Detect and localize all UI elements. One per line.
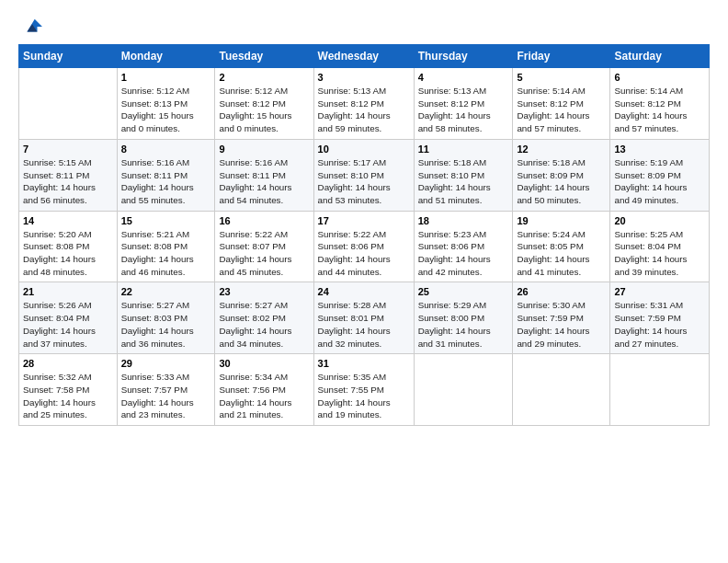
day-number: 25	[418, 286, 509, 297]
calendar-cell: 15Sunrise: 5:21 AMSunset: 8:08 PMDayligh…	[117, 211, 215, 282]
day-number: 16	[219, 215, 309, 226]
calendar-week-row: 21Sunrise: 5:26 AMSunset: 8:04 PMDayligh…	[19, 282, 710, 354]
weekday-header: Saturday	[610, 45, 710, 68]
calendar-cell: 16Sunrise: 5:22 AMSunset: 8:07 PMDayligh…	[215, 211, 313, 282]
day-info: Sunrise: 5:26 AMSunset: 8:04 PMDaylight:…	[23, 299, 113, 350]
page: SundayMondayTuesdayWednesdayThursdayFrid…	[0, 0, 728, 563]
calendar-cell: 11Sunrise: 5:18 AMSunset: 8:10 PMDayligh…	[414, 139, 513, 211]
day-info: Sunrise: 5:16 AMSunset: 8:11 PMDaylight:…	[219, 156, 309, 207]
day-info: Sunrise: 5:20 AMSunset: 8:08 PMDaylight:…	[23, 228, 113, 279]
day-info: Sunrise: 5:28 AMSunset: 8:01 PMDaylight:…	[318, 299, 410, 350]
day-info: Sunrise: 5:12 AMSunset: 8:12 PMDaylight:…	[219, 85, 309, 135]
calendar-cell: 28Sunrise: 5:32 AMSunset: 7:58 PMDayligh…	[19, 354, 118, 426]
calendar-cell: 5Sunrise: 5:14 AMSunset: 8:12 PMDaylight…	[513, 68, 610, 140]
calendar-cell: 31Sunrise: 5:35 AMSunset: 7:55 PMDayligh…	[313, 354, 414, 426]
day-number: 5	[517, 72, 606, 83]
day-info: Sunrise: 5:12 AMSunset: 8:13 PMDaylight:…	[121, 85, 211, 135]
calendar-cell: 1Sunrise: 5:12 AMSunset: 8:13 PMDaylight…	[117, 68, 215, 140]
day-info: Sunrise: 5:14 AMSunset: 8:12 PMDaylight:…	[517, 85, 606, 135]
calendar-cell: 7Sunrise: 5:15 AMSunset: 8:11 PMDaylight…	[19, 139, 118, 211]
day-info: Sunrise: 5:24 AMSunset: 8:05 PMDaylight:…	[517, 228, 606, 279]
calendar-cell: 23Sunrise: 5:27 AMSunset: 8:02 PMDayligh…	[215, 282, 313, 354]
day-number: 20	[614, 215, 705, 226]
day-number: 24	[318, 286, 410, 297]
calendar-cell: 2Sunrise: 5:12 AMSunset: 8:12 PMDaylight…	[215, 68, 313, 140]
day-info: Sunrise: 5:30 AMSunset: 7:59 PMDaylight:…	[517, 299, 606, 350]
day-info: Sunrise: 5:33 AMSunset: 7:57 PMDaylight:…	[121, 371, 211, 421]
logo-icon	[22, 17, 42, 37]
calendar-week-row: 14Sunrise: 5:20 AMSunset: 8:08 PMDayligh…	[19, 211, 710, 282]
calendar-cell: 14Sunrise: 5:20 AMSunset: 8:08 PMDayligh…	[19, 211, 118, 282]
day-number: 3	[318, 72, 410, 83]
day-number: 14	[23, 215, 113, 226]
day-number: 8	[121, 144, 211, 155]
calendar-header-row: SundayMondayTuesdayWednesdayThursdayFrid…	[19, 45, 710, 68]
day-info: Sunrise: 5:18 AMSunset: 8:10 PMDaylight:…	[418, 156, 509, 207]
calendar-table: SundayMondayTuesdayWednesdayThursdayFrid…	[18, 44, 710, 426]
day-info: Sunrise: 5:19 AMSunset: 8:09 PMDaylight:…	[614, 156, 705, 207]
day-number: 13	[614, 144, 705, 155]
day-info: Sunrise: 5:34 AMSunset: 7:56 PMDaylight:…	[219, 371, 309, 421]
day-number: 7	[23, 144, 113, 155]
calendar-cell: 18Sunrise: 5:23 AMSunset: 8:06 PMDayligh…	[414, 211, 513, 282]
day-info: Sunrise: 5:21 AMSunset: 8:08 PMDaylight:…	[121, 228, 211, 279]
logo	[18, 17, 42, 37]
day-info: Sunrise: 5:31 AMSunset: 7:59 PMDaylight:…	[614, 299, 705, 350]
calendar-cell: 25Sunrise: 5:29 AMSunset: 8:00 PMDayligh…	[414, 282, 513, 354]
calendar-cell: 24Sunrise: 5:28 AMSunset: 8:01 PMDayligh…	[313, 282, 414, 354]
calendar-cell	[414, 354, 513, 426]
day-number: 31	[318, 358, 410, 369]
day-number: 10	[318, 144, 410, 155]
calendar-cell: 9Sunrise: 5:16 AMSunset: 8:11 PMDaylight…	[215, 139, 313, 211]
day-info: Sunrise: 5:32 AMSunset: 7:58 PMDaylight:…	[23, 371, 113, 421]
day-number: 2	[219, 72, 309, 83]
day-info: Sunrise: 5:17 AMSunset: 8:10 PMDaylight:…	[318, 156, 410, 207]
calendar-cell: 3Sunrise: 5:13 AMSunset: 8:12 PMDaylight…	[313, 68, 414, 140]
weekday-header: Monday	[117, 45, 215, 68]
calendar-cell: 26Sunrise: 5:30 AMSunset: 7:59 PMDayligh…	[513, 282, 610, 354]
day-number: 12	[517, 144, 606, 155]
day-number: 9	[219, 144, 309, 155]
calendar-cell: 8Sunrise: 5:16 AMSunset: 8:11 PMDaylight…	[117, 139, 215, 211]
day-info: Sunrise: 5:13 AMSunset: 8:12 PMDaylight:…	[418, 85, 509, 135]
day-info: Sunrise: 5:15 AMSunset: 8:11 PMDaylight:…	[23, 156, 113, 207]
weekday-header: Tuesday	[215, 45, 313, 68]
calendar-cell: 20Sunrise: 5:25 AMSunset: 8:04 PMDayligh…	[610, 211, 710, 282]
day-info: Sunrise: 5:23 AMSunset: 8:06 PMDaylight:…	[418, 228, 509, 279]
day-number: 27	[614, 286, 705, 297]
calendar-cell	[513, 354, 610, 426]
day-number: 29	[121, 358, 211, 369]
day-info: Sunrise: 5:27 AMSunset: 8:03 PMDaylight:…	[121, 299, 211, 350]
day-number: 17	[318, 215, 410, 226]
weekday-header: Friday	[513, 45, 610, 68]
day-info: Sunrise: 5:29 AMSunset: 8:00 PMDaylight:…	[418, 299, 509, 350]
day-number: 23	[219, 286, 309, 297]
calendar-cell: 12Sunrise: 5:18 AMSunset: 8:09 PMDayligh…	[513, 139, 610, 211]
calendar-cell: 10Sunrise: 5:17 AMSunset: 8:10 PMDayligh…	[313, 139, 414, 211]
calendar-cell: 19Sunrise: 5:24 AMSunset: 8:05 PMDayligh…	[513, 211, 610, 282]
calendar-week-row: 7Sunrise: 5:15 AMSunset: 8:11 PMDaylight…	[19, 139, 710, 211]
day-info: Sunrise: 5:13 AMSunset: 8:12 PMDaylight:…	[318, 85, 410, 135]
calendar-cell: 30Sunrise: 5:34 AMSunset: 7:56 PMDayligh…	[215, 354, 313, 426]
weekday-header: Thursday	[414, 45, 513, 68]
calendar-cell: 29Sunrise: 5:33 AMSunset: 7:57 PMDayligh…	[117, 354, 215, 426]
calendar-cell: 27Sunrise: 5:31 AMSunset: 7:59 PMDayligh…	[610, 282, 710, 354]
day-info: Sunrise: 5:25 AMSunset: 8:04 PMDaylight:…	[614, 228, 705, 279]
day-number: 22	[121, 286, 211, 297]
calendar-week-row: 1Sunrise: 5:12 AMSunset: 8:13 PMDaylight…	[19, 68, 710, 140]
day-info: Sunrise: 5:27 AMSunset: 8:02 PMDaylight:…	[219, 299, 309, 350]
day-number: 4	[418, 72, 509, 83]
header	[18, 17, 710, 37]
day-info: Sunrise: 5:35 AMSunset: 7:55 PMDaylight:…	[318, 371, 410, 421]
weekday-header: Wednesday	[313, 45, 414, 68]
day-info: Sunrise: 5:22 AMSunset: 8:07 PMDaylight:…	[219, 228, 309, 279]
day-number: 11	[418, 144, 509, 155]
calendar-cell: 21Sunrise: 5:26 AMSunset: 8:04 PMDayligh…	[19, 282, 118, 354]
day-info: Sunrise: 5:16 AMSunset: 8:11 PMDaylight:…	[121, 156, 211, 207]
day-number: 18	[418, 215, 509, 226]
calendar-week-row: 28Sunrise: 5:32 AMSunset: 7:58 PMDayligh…	[19, 354, 710, 426]
day-info: Sunrise: 5:18 AMSunset: 8:09 PMDaylight:…	[517, 156, 606, 207]
day-number: 19	[517, 215, 606, 226]
calendar-cell: 17Sunrise: 5:22 AMSunset: 8:06 PMDayligh…	[313, 211, 414, 282]
day-number: 21	[23, 286, 113, 297]
